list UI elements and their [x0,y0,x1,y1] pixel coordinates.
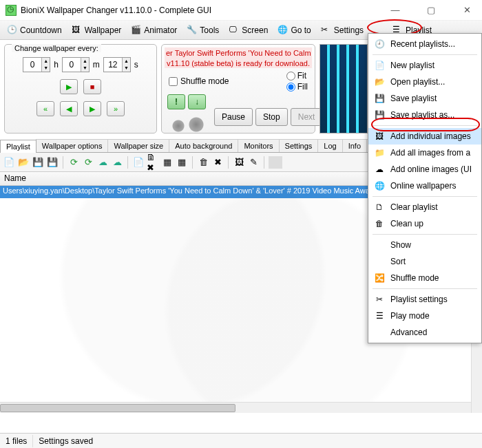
del-box-icon[interactable]: ▦ [161,156,174,169]
pause-button[interactable]: Pause [214,108,253,126]
open-folder-icon[interactable]: 📂 [17,156,30,169]
dd-save[interactable]: 💾Save playlist [368,90,481,107]
hours-spinner[interactable]: ▲▼ [23,57,50,72]
prev-button[interactable]: ◀ [60,101,78,116]
del-file-icon[interactable]: ✖ [211,156,224,169]
tab-monitors[interactable]: Monitors [238,139,279,152]
dd-add-online[interactable]: ☁Add online images (UI [368,161,481,178]
hours-label: h [54,60,59,70]
dd-advanced-label: Advanced [390,328,427,337]
seconds-spinner[interactable]: ▲▼ [103,57,131,72]
tab-auto-background[interactable]: Auto background [169,139,238,152]
seconds-label: s [134,60,138,70]
next-button[interactable]: Next [291,108,323,126]
menu-animator[interactable]: 🎬Animator [127,23,181,37]
wallpaper-preview[interactable] [319,44,368,134]
dd-add-all-label: Add all images from a [390,148,470,158]
dd-recent-label: Recent playlists... [390,39,455,49]
stop-button[interactable]: Stop [255,108,288,126]
separator [373,125,477,126]
trash-icon[interactable]: 🗑 [197,156,209,169]
del-doc-icon[interactable]: 🗎✖ [147,156,159,169]
dd-play-mode[interactable]: ☰Play mode [368,308,481,324]
shuffle-checkbox[interactable]: Shuffle mode [169,76,229,86]
minutes-input[interactable] [63,58,81,72]
monitor-icon: 🖵 [229,25,240,36]
tab-settings[interactable]: Settings [279,139,319,152]
mark-good-button[interactable]: ! [167,94,185,109]
dd-new[interactable]: 📄New playlist [368,57,481,74]
dd-clean[interactable]: 🗑Clean up [368,215,481,232]
menu-countdown[interactable]: 🕒Countdown [3,23,66,37]
stop-small-button[interactable]: ■ [83,79,101,94]
menu-screen[interactable]: 🖵Screen [224,23,272,37]
play-button[interactable]: ▶ [60,79,78,94]
tab-wallpaper-options[interactable]: Wallpaper options [36,139,109,152]
dd-clear[interactable]: 🗋Clear playlist [368,199,481,215]
horizontal-scrollbar[interactable] [0,402,471,413]
dd-playlist-settings[interactable]: ✂Playlist settings [368,291,481,308]
saveas-icon[interactable]: 💾 [46,156,59,169]
hours-input[interactable] [23,58,41,72]
gears-icon [167,112,211,140]
next-small-button[interactable]: ▶ [83,101,101,116]
separator [228,156,229,169]
del-box2-icon[interactable]: ▦ [176,156,188,169]
change-legend: Change wallpaper every: [12,44,101,52]
refresh-icon[interactable]: ⟳ [67,156,80,169]
mark-bad-button[interactable]: ↓ [188,94,206,109]
dd-sort[interactable]: Sort [368,253,481,270]
shuffle-label: Shuffle mode [180,76,229,86]
dd-recent[interactable]: 🕘Recent playlists... [368,36,481,52]
menu-wallpaper-label: Wallpaper [85,25,122,35]
dd-show[interactable]: Show [368,237,481,253]
minimize-button[interactable]: — [386,5,405,15]
cloud-icon[interactable]: ☁ [111,156,123,169]
menu-settings-label: Settings [334,25,364,35]
minutes-spinner[interactable]: ▲▼ [62,57,90,72]
fit-radio[interactable]: Fit [286,71,308,81]
prev-img-icon[interactable]: 🖼 [233,156,245,169]
dd-save-label: Save playlist [390,94,437,103]
new-icon[interactable]: 📄 [3,156,15,169]
tab-info[interactable]: Info [342,139,367,152]
scroll-thumb[interactable] [0,404,235,412]
blank-icon[interactable] [269,156,282,169]
new-doc-icon[interactable]: 📄 [132,156,145,169]
menu-countdown-label: Countdown [20,25,62,35]
rewind-button[interactable]: « [36,101,54,116]
dd-online-wp-label: Online wallpapers [390,181,456,191]
dd-add-all[interactable]: 📁Add all images from a [368,145,481,161]
cloud-down-icon[interactable]: ☁ [96,156,109,169]
close-button[interactable]: ✕ [457,5,476,15]
refresh-folder-icon[interactable]: ⟳ [82,156,94,169]
maximize-button[interactable]: ▢ [421,5,441,15]
dd-open[interactable]: 📂Open playlist... [368,74,481,90]
tab-wallpaper-size[interactable]: Wallpaper size [107,139,169,152]
tab-playlist[interactable]: Playlist [0,140,36,153]
crossed-tools-icon: ✂ [321,25,332,36]
dd-shuffle[interactable]: 🔀Shuffle mode [368,270,481,286]
menu-settings[interactable]: ✂Settings [317,23,368,37]
dd-add-images[interactable]: 🖼Add individual images [368,128,481,145]
dd-show-label: Show [390,240,411,250]
fill-radio[interactable]: Fill [286,82,308,92]
dd-advanced[interactable]: Advanced [368,324,481,341]
dd-playmode-label: Play mode [390,311,430,321]
status-files: 1 files [0,435,33,447]
menu-goto[interactable]: 🌐Go to [273,23,315,37]
dd-online-wp[interactable]: 🌐Online wallpapers [368,178,481,194]
titlebar: BioniX Wallpaper Changer v11.10.0 - Comp… [0,0,482,21]
edit-icon[interactable]: ✎ [247,156,260,169]
menu-tools[interactable]: 🔧Tools [182,23,223,37]
dd-saveas[interactable]: 💾Save playlist as... [368,107,481,123]
crossed-tools-icon: ✂ [374,294,385,305]
forward-button[interactable]: » [107,101,125,116]
menu-wallpaper[interactable]: 🖼Wallpaper [67,23,126,37]
update-panel: er Taylor Swift Performs 'You Need to Ca… [161,44,315,134]
tab-log[interactable]: Log [317,139,342,152]
trash-icon: 🗑 [374,218,385,229]
save-icon[interactable]: 💾 [32,156,44,169]
open-folder-icon: 📂 [374,76,385,87]
seconds-input[interactable] [104,58,122,72]
